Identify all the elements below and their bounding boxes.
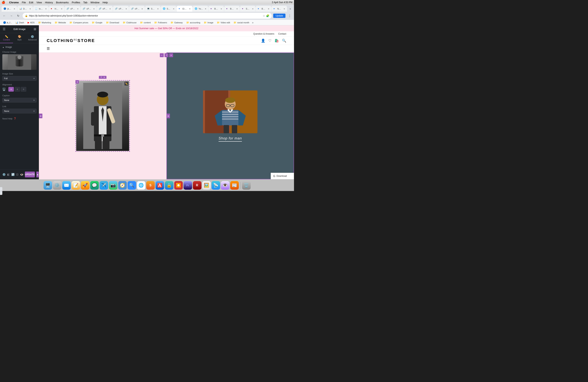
widget-move-handle[interactable]: ⠿	[101, 76, 102, 78]
tab-5[interactable]: 🔗cPane...✕	[64, 6, 81, 12]
tab-content[interactable]: ✏️ Content	[0, 33, 13, 43]
menu-edit[interactable]: Edit	[29, 1, 33, 4]
bookmark-website[interactable]: 📁 Website	[53, 21, 68, 24]
dock-notes[interactable]: 📝	[72, 181, 80, 190]
menu-app-name[interactable]: Chrome	[9, 1, 19, 4]
image-edit-pencil[interactable]: ✏️	[125, 82, 128, 85]
menu-tab[interactable]: Tab	[83, 1, 87, 4]
align-right-button[interactable]: ≡	[21, 87, 26, 92]
bookmark-social-month[interactable]: 📁 social month	[232, 21, 251, 24]
preview-footer-icon[interactable]: 👁️	[20, 171, 23, 177]
tab-4[interactable]: ●Hosti...✕	[49, 6, 64, 12]
menu-help[interactable]: Help	[103, 1, 108, 4]
responsive-footer-icon[interactable]: ⊡	[16, 171, 19, 177]
dock-airdrop[interactable]: 📡	[211, 181, 220, 190]
align-center-button[interactable]: ≡	[15, 87, 20, 92]
bookmark-accounting[interactable]: 📁 accounting	[185, 21, 202, 24]
image-preview[interactable]	[2, 54, 37, 70]
tab-18[interactable]: ●New...✕	[272, 6, 287, 12]
tab-10[interactable]: 💻Softw...✕	[145, 6, 161, 12]
settings-footer-icon[interactable]: ⚙️	[2, 171, 6, 177]
menu-bookmarks[interactable]: Bookmarks	[56, 1, 69, 4]
add-section-button[interactable]: +	[160, 53, 164, 57]
tab-1[interactable]: 🔵jk_f...✕	[1, 6, 17, 12]
align-left-button[interactable]: ≡	[8, 87, 14, 92]
caption-select[interactable]: None Attachment Caption Custom Caption	[2, 98, 37, 103]
dock-appstore[interactable]: 🅰️	[156, 181, 164, 190]
tab-13[interactable]: 🌐Your...✕	[193, 6, 208, 12]
qa-link[interactable]: Question & Answers	[253, 32, 274, 35]
widget-close-button[interactable]: ✕	[104, 76, 105, 78]
dock-photos[interactable]: 🖼️	[202, 181, 211, 190]
extensions-icon[interactable]: 🧩	[266, 14, 269, 17]
more-options-button[interactable]: ⋮	[287, 13, 293, 19]
bookmark-download[interactable]: 📁 Download	[105, 21, 121, 24]
star-icon[interactable]: ☆	[263, 14, 265, 17]
hamburger-menu-icon[interactable]: ☰	[47, 46, 50, 51]
cart-icon[interactable]: 🛍️	[274, 39, 279, 43]
dock-settings[interactable]: ⚙️	[53, 181, 62, 190]
bookmark-dash[interactable]: 📊 Dash	[14, 21, 26, 24]
right-section-handle[interactable]: ⊞	[167, 114, 170, 118]
new-tab-button[interactable]: +	[288, 6, 293, 12]
reload-button[interactable]: ↻	[16, 13, 21, 19]
dock-launchpad[interactable]: 🚀	[81, 181, 89, 190]
bookmark-ads[interactable]: ▶ ADS	[26, 21, 36, 24]
section-handle-left[interactable]: ⊞	[39, 114, 42, 118]
image-section-toggle[interactable]: ▲ Image	[2, 46, 37, 48]
tab-2[interactable]: 📊Dash...✕	[17, 6, 33, 12]
tab-8[interactable]: 🔗cPane...✕	[113, 6, 129, 12]
sidebar-hamburger-button[interactable]: ☰	[3, 27, 5, 31]
tab-14[interactable]: ●Bethe...✕	[209, 6, 224, 12]
sidebar-grid-button[interactable]: ⊞	[34, 27, 36, 31]
tab-9[interactable]: 🔗cPane...✕	[129, 6, 145, 12]
dock-finder[interactable]: 🖥️	[43, 181, 52, 190]
update-button[interactable]: UPDATE	[25, 171, 35, 177]
dock-ruby[interactable]: R	[193, 181, 201, 190]
bookmark-google[interactable]: 📁 Google	[90, 21, 104, 24]
bookmark-compare[interactable]: 📁 Compare prices	[68, 21, 90, 24]
dock-chrome[interactable]: 🌐	[137, 181, 146, 190]
bookmark-followers[interactable]: 📁 Followers	[153, 21, 168, 24]
bookmark-content[interactable]: 📁 content	[138, 21, 152, 24]
tab-3[interactable]: 🧾Invoi...✕	[33, 6, 49, 12]
dock-vpn[interactable]: 🔒	[165, 181, 173, 190]
menu-history[interactable]: History	[45, 1, 53, 4]
dock-trash[interactable]: 🗑️	[242, 181, 251, 190]
tab-style[interactable]: 🎨 Style	[13, 33, 26, 43]
tab-16[interactable]: ●Searc...✕	[240, 6, 255, 12]
tab-17[interactable]: ●Bethe...✕	[256, 6, 271, 12]
need-help-link[interactable]: Need Help ❓	[2, 117, 37, 120]
bookmark-gateway[interactable]: 📁 Gateway	[169, 21, 184, 24]
move-section-button[interactable]: ⠿	[165, 53, 168, 57]
dock-kylas[interactable]: S	[146, 181, 155, 190]
bookmark-video-edit[interactable]: 📁 Video edit	[215, 21, 231, 24]
tab-15[interactable]: ●Bethe...✕	[224, 6, 240, 12]
image-size-select[interactable]: Full Large Medium Thumbnail	[2, 76, 37, 81]
bookmark-image[interactable]: 📁 Image	[202, 21, 215, 24]
dock-facetime[interactable]: 📷	[109, 181, 117, 190]
menu-view[interactable]: View	[36, 1, 42, 4]
dock-premiere[interactable]: Pr	[184, 181, 192, 190]
address-bar[interactable]: 🔒 https://jk.fashion/wp-admin/post.php?p…	[22, 13, 272, 19]
menu-profiles[interactable]: Profiles	[72, 1, 80, 4]
dock-obs[interactable]: ⏺️	[174, 181, 183, 190]
dock-preview[interactable]: 👁️	[221, 181, 230, 190]
dock-zoom[interactable]: 🔍	[127, 181, 136, 190]
tab-advanced[interactable]: ⚙️ Advanced	[26, 33, 39, 43]
apple-icon[interactable]: 🍎	[1, 0, 5, 4]
forward-button[interactable]: →	[9, 13, 14, 19]
link-select[interactable]: None Media File Custom URL	[2, 109, 37, 113]
history-footer-icon[interactable]: ↩️	[11, 171, 15, 177]
tab-7[interactable]: 🔗cPane...✕	[97, 6, 113, 12]
dock-safari[interactable]: 🧭	[118, 181, 127, 190]
layers-footer-icon[interactable]: ◧	[7, 171, 10, 177]
user-icon[interactable]: 👤	[261, 39, 265, 43]
column-handle[interactable]: ⊞	[75, 80, 79, 84]
menu-window[interactable]: Window	[90, 1, 99, 4]
dock-pages[interactable]: 📰	[230, 181, 239, 190]
back-button[interactable]: ←	[1, 13, 7, 19]
contact-link[interactable]: Contact	[278, 32, 286, 35]
tab-12-active[interactable]: ●Eleme...✕	[177, 6, 192, 12]
close-section-button[interactable]: ✕	[169, 53, 173, 57]
